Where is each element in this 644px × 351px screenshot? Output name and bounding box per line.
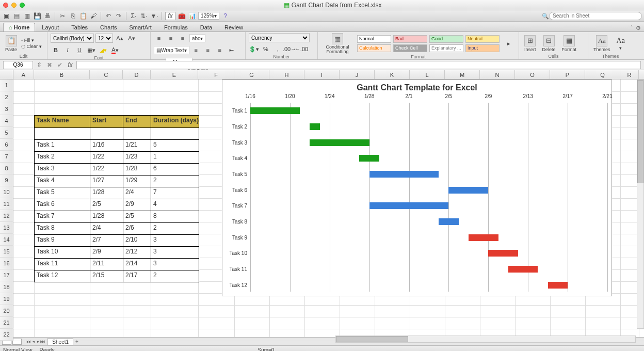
font-color-button[interactable]: A▾ xyxy=(110,45,120,55)
row-header[interactable]: 5 xyxy=(0,127,13,139)
table-cell[interactable]: Task 9 xyxy=(35,235,90,246)
table-cell[interactable]: Task 10 xyxy=(35,247,90,258)
cell-style-swatch[interactable]: Bad xyxy=(393,35,427,43)
table-cell[interactable]: Task 3 xyxy=(35,164,90,175)
percent-icon[interactable]: % xyxy=(261,44,271,54)
redo-icon[interactable]: ↷ xyxy=(115,12,123,20)
row-header[interactable]: 15 xyxy=(0,246,13,258)
name-box[interactable] xyxy=(3,61,33,69)
sort-icon[interactable]: ⇅· xyxy=(140,12,148,20)
gantt-bar[interactable] xyxy=(469,234,498,241)
copy-icon[interactable]: ⎘ xyxy=(69,12,77,20)
clear-button[interactable]: ◌ Clear ▾ xyxy=(21,44,42,49)
horizontal-scrollbar[interactable] xyxy=(335,336,636,343)
table-cell[interactable]: 1/22 xyxy=(90,152,123,163)
row-header[interactable]: 17 xyxy=(0,269,13,281)
print-icon[interactable]: 🖶 xyxy=(43,12,52,20)
column-header[interactable]: K xyxy=(375,70,410,79)
table-cell[interactable]: 2 xyxy=(151,223,199,234)
table-cell[interactable]: 2/10 xyxy=(123,235,151,246)
table-cell[interactable]: 3 xyxy=(151,235,199,246)
formula-input[interactable] xyxy=(76,61,641,69)
accept-formula-icon[interactable]: ✔ xyxy=(56,61,64,69)
row-header[interactable]: 9 xyxy=(0,174,13,186)
column-header[interactable]: C xyxy=(90,70,123,79)
increase-font-icon[interactable]: A▴ xyxy=(115,33,125,43)
column-header[interactable]: E xyxy=(151,70,198,79)
new-icon[interactable]: ▤ xyxy=(12,12,21,20)
align-left-icon[interactable]: ≡ xyxy=(191,45,201,55)
gear-icon[interactable]: ⚙ xyxy=(636,25,641,31)
gantt-bar[interactable] xyxy=(310,139,369,146)
cell-styles-gallery[interactable]: NormalBadGoodNeutralCalculationCheck Cel… xyxy=(357,35,501,53)
number-format-select[interactable]: Currency xyxy=(249,33,310,42)
comma-icon[interactable]: , xyxy=(272,44,283,54)
row-header[interactable]: 1 xyxy=(0,79,13,91)
column-header[interactable]: H xyxy=(269,70,304,79)
table-cell[interactable]: 3 xyxy=(151,259,199,270)
ms-icon[interactable]: ▣ xyxy=(2,12,10,20)
table-cell[interactable]: 1/28 xyxy=(90,211,123,222)
chart-icon[interactable]: 📊 xyxy=(188,12,196,20)
tab-formulas[interactable]: Formulas xyxy=(158,23,194,31)
row-header[interactable]: 2 xyxy=(0,91,13,103)
column-header[interactable]: D xyxy=(123,70,151,79)
format-cells-button[interactable]: ▦Format xyxy=(560,35,579,52)
scrollbar-thumb[interactable] xyxy=(637,80,643,183)
row-header[interactable]: 12 xyxy=(0,210,13,222)
decrease-decimal-icon[interactable]: ←.00 xyxy=(296,44,307,54)
paste-icon[interactable]: 📋 xyxy=(79,12,87,20)
table-cell[interactable]: 2/7 xyxy=(90,235,123,246)
column-header[interactable]: J xyxy=(340,70,375,79)
row-header[interactable]: 8 xyxy=(0,163,13,174)
font-name-select[interactable]: Calibri (Body) xyxy=(51,34,94,43)
table-cell[interactable]: 2/17 xyxy=(123,270,151,282)
table-cell[interactable]: 2/6 xyxy=(123,223,151,234)
select-all-corner[interactable] xyxy=(0,70,13,79)
gantt-bar[interactable] xyxy=(250,107,300,114)
underline-button[interactable]: U xyxy=(74,45,85,55)
tab-smartart[interactable]: SmartArt xyxy=(124,23,157,31)
table-cell[interactable]: 2/5 xyxy=(123,211,151,222)
column-headers[interactable]: ABCDEFGHIJKLMNOPQR xyxy=(0,70,644,79)
conditional-formatting-button[interactable]: ▦ Conditional Formatting xyxy=(321,33,354,54)
table-cell[interactable]: 1/22 xyxy=(90,164,123,175)
gantt-bar[interactable] xyxy=(369,202,449,209)
cell-style-swatch[interactable]: Neutral xyxy=(465,35,500,43)
tab-data[interactable]: Data xyxy=(195,23,218,31)
table-cell[interactable]: Task 2 xyxy=(35,152,90,163)
table-cell[interactable]: 4 xyxy=(151,199,199,211)
fx-insert-icon[interactable]: fx xyxy=(66,61,74,69)
align-top-icon[interactable]: ≡ xyxy=(154,33,164,43)
table-cell[interactable]: Task 1 xyxy=(35,140,90,151)
gallery-more-icon[interactable]: ▸ xyxy=(504,39,514,49)
table-cell[interactable]: 3 xyxy=(151,247,199,258)
themes-button[interactable]: AaThemes xyxy=(591,35,613,52)
align-middle-icon[interactable]: ≡ xyxy=(166,33,176,43)
sheet-tab[interactable]: Sheet1 xyxy=(47,338,73,345)
spreadsheet-grid[interactable]: ABCDEFGHIJKLMNOPQR Task NameStartEndDura… xyxy=(0,70,644,337)
fx-icon[interactable]: fx xyxy=(165,12,175,20)
table-cell[interactable]: 2/9 xyxy=(123,199,151,211)
column-header[interactable]: G xyxy=(234,70,269,79)
table-cell[interactable] xyxy=(35,128,90,139)
table-cell[interactable]: 2/4 xyxy=(90,223,123,234)
row-header[interactable]: 18 xyxy=(0,281,13,293)
table-cell[interactable]: 2/9 xyxy=(90,247,123,258)
table-cell[interactable]: Task 7 xyxy=(35,211,90,222)
column-header[interactable]: N xyxy=(480,70,515,79)
table-cell[interactable] xyxy=(90,128,123,139)
table-cell[interactable]: 6 xyxy=(151,164,199,175)
decrease-font-icon[interactable]: A▾ xyxy=(126,33,137,43)
gantt-bar[interactable] xyxy=(508,266,538,273)
toolbox-icon[interactable]: 🧰 xyxy=(178,12,186,20)
gantt-bar[interactable] xyxy=(439,218,458,225)
align-center-icon[interactable]: ≡ xyxy=(203,45,213,55)
table-cell[interactable]: 1 xyxy=(151,152,199,163)
row-header[interactable]: 19 xyxy=(0,293,13,305)
column-header[interactable]: F xyxy=(198,70,234,79)
zoom-dropdown[interactable]: 125% ▾ xyxy=(198,12,219,20)
column-header[interactable]: L xyxy=(410,70,445,79)
format-painter-icon[interactable]: 🖌 xyxy=(89,12,98,20)
grid-body[interactable]: Task NameStartEndDuration (days)Task 11/… xyxy=(0,79,644,337)
